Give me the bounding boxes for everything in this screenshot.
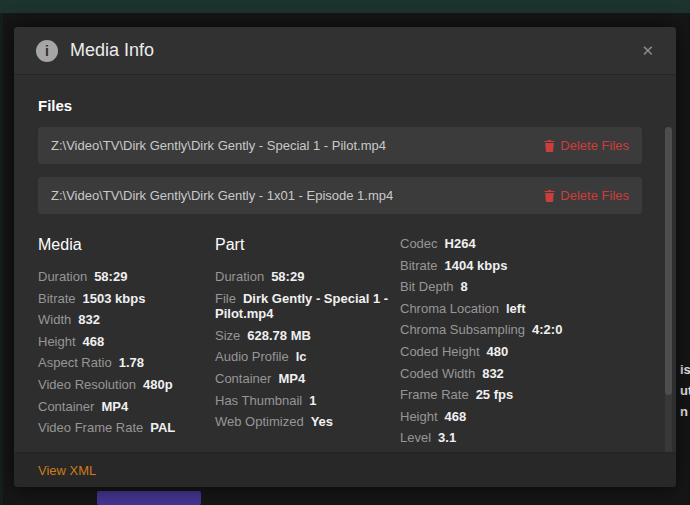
field-value: 1.78 [119,355,144,370]
field-value: PAL [150,420,175,435]
part-column: Part Duration58:29 FileDirk Gently - Spe… [215,236,400,452]
field-row: Coded Height480 [400,344,642,360]
field-row: Height468 [38,334,215,350]
field-value: 1 [309,393,316,408]
field-row: Bitrate1404 kbps [400,258,642,274]
field-row: Chroma Locationleft [400,301,642,317]
delete-files-label: Delete Files [560,138,629,153]
files-heading: Files [38,97,642,114]
field-label: Duration [215,269,264,284]
field-value: 832 [482,366,504,381]
part-column-heading: Part [215,236,400,254]
field-value: 1404 kbps [445,258,508,273]
dialog-body: Files Z:\Video\TV\Dirk Gently\Dirk Gentl… [14,75,676,452]
field-label: Bitrate [38,291,76,306]
background-text-fragment: ut [680,383,690,398]
field-value: 58:29 [271,269,304,284]
trash-icon [544,140,555,152]
field-row: Width832 [38,312,215,328]
field-row: Level3.1 [400,430,642,446]
field-label: File [215,291,236,306]
field-label: Width [38,312,71,327]
field-value: MP4 [278,371,305,386]
field-row: Audio Profilelc [215,349,400,365]
field-value: left [506,301,526,316]
field-label: Container [215,371,271,386]
field-value: 832 [78,312,100,327]
field-label: Level [400,430,431,445]
field-label: Bit Depth [400,279,453,294]
dialog-footer: View XML [14,452,676,487]
field-row: ContainerMP4 [215,371,400,387]
info-columns: Media Duration58:29 Bitrate1503 kbps Wid… [38,236,642,452]
delete-files-button[interactable]: Delete Files [544,138,629,153]
field-row: Coded Width832 [400,366,642,382]
view-xml-link[interactable]: View XML [38,463,96,478]
field-value: 1503 kbps [83,291,146,306]
field-row: Aspect Ratio1.78 [38,355,215,371]
field-label: Video Frame Rate [38,420,143,435]
field-label: Coded Height [400,344,480,359]
field-label: Web Optimized [215,414,304,429]
field-label: Frame Rate [400,387,469,402]
field-row: ContainerMP4 [38,399,215,415]
field-label: Chroma Location [400,301,499,316]
field-label: Bitrate [400,258,438,273]
field-value: 4:2:0 [532,322,562,337]
field-row: Height468 [400,409,642,425]
delete-files-button[interactable]: Delete Files [544,188,629,203]
field-row: Web OptimizedYes [215,414,400,430]
file-row: Z:\Video\TV\Dirk Gently\Dirk Gently - 1x… [38,177,642,214]
field-label: Audio Profile [215,349,289,364]
field-value: H264 [445,236,476,251]
dialog-header: i Media Info ✕ [14,27,676,75]
field-value: 468 [445,409,467,424]
field-label: Height [38,334,76,349]
field-value: lc [296,349,307,364]
field-label: Chroma Subsampling [400,322,525,337]
media-column: Media Duration58:29 Bitrate1503 kbps Wid… [38,236,215,452]
field-value: 468 [83,334,105,349]
field-value: 8 [460,279,467,294]
field-row: Chroma Subsampling4:2:0 [400,322,642,338]
field-label: Coded Width [400,366,475,381]
close-icon[interactable]: ✕ [641,43,654,58]
background-text-fragment: is [680,362,690,377]
field-value: Dirk Gently - Special 1 - Pilot.mp4 [215,291,388,322]
field-value: 58:29 [94,269,127,284]
field-label: Codec [400,236,438,251]
field-value: 3.1 [438,430,456,445]
scrollbar-thumb[interactable] [665,127,672,395]
field-row: Duration58:29 [215,269,400,285]
field-row: Frame Rate25 fps [400,387,642,403]
file-row: Z:\Video\TV\Dirk Gently\Dirk Gently - Sp… [38,127,642,164]
file-path: Z:\Video\TV\Dirk Gently\Dirk Gently - 1x… [51,188,393,203]
media-info-dialog: i Media Info ✕ Files Z:\Video\TV\Dirk Ge… [14,27,676,487]
field-row: Video Frame RatePAL [38,420,215,436]
field-label: Duration [38,269,87,284]
field-row: Bitrate1503 kbps [38,291,215,307]
page-top-bar [0,0,690,13]
scrollbar-track[interactable] [665,127,672,452]
field-label: Video Resolution [38,377,136,392]
dialog-title: Media Info [70,40,154,61]
info-icon: i [36,40,58,62]
field-value: MP4 [101,399,128,414]
field-value: 628.78 MB [247,328,311,343]
page-left-edge [0,13,3,505]
field-row: Size628.78 MB [215,328,400,344]
field-value: 25 fps [476,387,514,402]
field-row: Duration58:29 [38,269,215,285]
trash-icon [544,190,555,202]
background-text-fragment: n [680,404,688,419]
field-label: Has Thumbnail [215,393,302,408]
background-highlight-fragment [97,491,201,505]
field-value: 480p [143,377,173,392]
field-value: 480 [487,344,509,359]
field-label: Size [215,328,240,343]
field-row: Video Resolution480p [38,377,215,393]
field-row: Has Thumbnail1 [215,393,400,409]
field-label: Container [38,399,94,414]
stream-column: CodecH264 Bitrate1404 kbps Bit Depth8 Ch… [400,236,642,452]
field-row: CodecH264 [400,236,642,252]
